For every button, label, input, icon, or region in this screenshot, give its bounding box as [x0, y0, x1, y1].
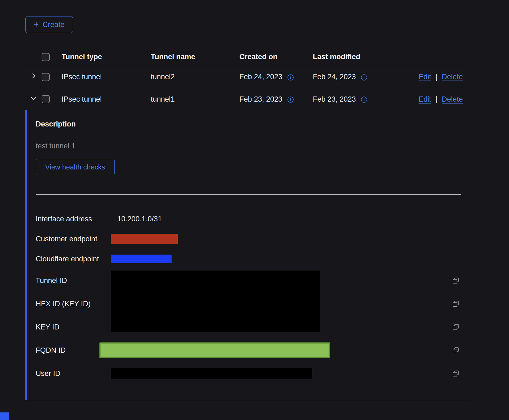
info-icon[interactable]	[287, 74, 294, 81]
detail-fields: Interface address 10.200.1.0/31 Customer…	[36, 209, 470, 385]
create-button[interactable]: + Create	[25, 16, 73, 33]
header-tunnel-type: Tunnel type	[62, 53, 151, 61]
created-on-cell: Feb 24, 2023	[239, 73, 282, 81]
tunnel-name-cell: tunnel2	[151, 73, 239, 81]
action-separator: |	[436, 95, 437, 104]
detail-divider	[36, 194, 461, 195]
redacted-value-blue	[111, 255, 172, 263]
row-checkbox[interactable]	[42, 95, 50, 103]
field-hex-id: HEX ID (KEY ID)	[36, 292, 470, 315]
tunnels-page: + Create Tunnel type Tunnel name Created…	[0, 0, 509, 420]
chevron-down-icon	[30, 95, 37, 104]
field-tunnel-id: Tunnel ID	[36, 269, 470, 292]
field-label: Customer endpoint	[36, 235, 111, 243]
bottom-left-accent	[0, 412, 9, 420]
tunnel-type-cell: IPsec tunnel	[62, 73, 151, 81]
copy-icon[interactable]	[452, 300, 460, 308]
plus-icon: +	[34, 20, 39, 29]
field-id-group: Tunnel ID HEX ID (KEY ID) KEY ID	[36, 269, 470, 339]
table-header-row: Tunnel type Tunnel name Created on Last …	[25, 48, 470, 66]
row-checkbox[interactable]	[42, 73, 50, 81]
copy-icon[interactable]	[452, 276, 460, 285]
redacted-value-red	[111, 234, 178, 244]
action-separator: |	[436, 73, 437, 81]
field-cloudflare-endpoint: Cloudflare endpoint	[36, 249, 470, 269]
field-label: KEY ID	[36, 323, 111, 331]
copy-icon[interactable]	[452, 369, 460, 378]
chevron-right-icon	[30, 72, 37, 81]
redacted-value-green	[99, 342, 330, 358]
copy-icon[interactable]	[452, 323, 460, 331]
description-value: test tunnel 1	[36, 142, 470, 150]
table-row-tunnel1: IPsec tunnel tunnel1 Feb 23, 2023 Feb 23…	[25, 88, 470, 110]
select-all-checkbox[interactable]	[42, 53, 50, 61]
delete-link[interactable]: Delete	[442, 73, 463, 81]
last-modified-cell: Feb 23, 2023	[313, 95, 356, 104]
tunnel-name-cell: tunnel1	[151, 95, 239, 104]
tunnel-detail-panel: Description test tunnel 1 View health ch…	[25, 110, 470, 400]
field-customer-endpoint: Customer endpoint	[36, 229, 470, 249]
field-interface-address: Interface address 10.200.1.0/31	[36, 209, 470, 229]
field-label: Interface address	[36, 215, 111, 223]
copy-icon[interactable]	[452, 346, 460, 354]
field-label: Tunnel ID	[36, 276, 111, 285]
info-icon[interactable]	[361, 74, 367, 81]
tunnel-type-cell: IPsec tunnel	[62, 95, 151, 104]
delete-link[interactable]: Delete	[442, 95, 463, 104]
field-user-id: User ID	[36, 362, 470, 385]
collapse-row-button[interactable]	[25, 95, 42, 104]
tunnels-table: Tunnel type Tunnel name Created on Last …	[25, 48, 470, 110]
description-label: Description	[36, 120, 470, 128]
created-on-cell: Feb 23, 2023	[239, 95, 282, 104]
field-fqdn-id: FQDN ID	[36, 339, 470, 362]
field-label: User ID	[36, 369, 111, 378]
expand-row-button[interactable]	[25, 72, 42, 81]
header-last-modified: Last modified	[313, 53, 416, 61]
info-icon[interactable]	[361, 96, 367, 103]
edit-link[interactable]: Edit	[418, 73, 431, 81]
field-label: HEX ID (KEY ID)	[36, 300, 111, 308]
info-icon[interactable]	[287, 96, 294, 103]
field-value: 10.200.1.0/31	[111, 215, 162, 223]
field-label: Cloudflare endpoint	[36, 255, 111, 263]
last-modified-cell: Feb 24, 2023	[313, 73, 356, 81]
table-row-tunnel2: IPsec tunnel tunnel2 Feb 24, 2023 Feb 24…	[25, 66, 470, 88]
edit-link[interactable]: Edit	[418, 95, 431, 104]
header-tunnel-name: Tunnel name	[151, 53, 239, 61]
view-health-checks-button[interactable]: View health checks	[36, 159, 115, 175]
field-key-id: KEY ID	[36, 315, 470, 339]
header-created-on: Created on	[239, 53, 313, 61]
create-button-label: Create	[43, 21, 65, 29]
redacted-value-black	[111, 368, 312, 379]
